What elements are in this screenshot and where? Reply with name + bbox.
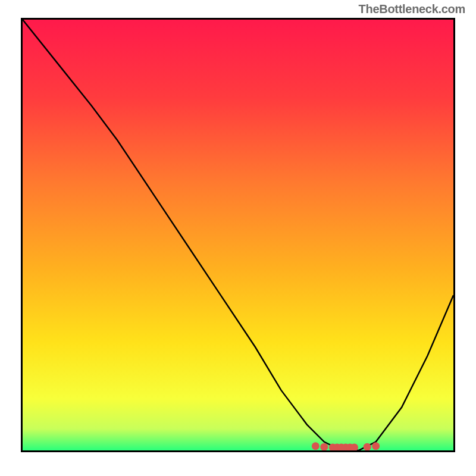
svg-point-10 [372, 442, 380, 450]
svg-point-9 [364, 443, 371, 450]
svg-point-2 [320, 443, 328, 450]
watermark-text: TheBottleneck.com [359, 2, 465, 16]
chart-area [21, 18, 455, 452]
svg-point-1 [312, 442, 320, 450]
optimal-range-markers [23, 20, 453, 450]
